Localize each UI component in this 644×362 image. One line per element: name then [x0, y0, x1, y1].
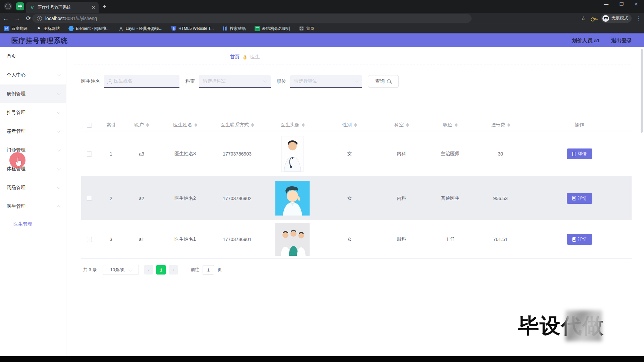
breadcrumb-separator-emoji: 👌: [242, 55, 248, 60]
chevron-down-icon: [57, 91, 60, 95]
page-size-select[interactable]: 10条/页: [103, 265, 139, 275]
window-minimize-button[interactable]: —: [600, 1, 612, 7]
cell-account: a3: [125, 151, 158, 157]
cell-fee: 956.53: [474, 196, 527, 201]
goto-page-input[interactable]: 1: [203, 265, 214, 275]
breadcrumb-home-link[interactable]: 首页: [230, 54, 239, 60]
sort-icons[interactable]: [302, 123, 305, 127]
site-info-icon[interactable]: i: [37, 16, 42, 21]
column-header-fee[interactable]: 挂号费: [474, 122, 527, 128]
cell-phone: 17703786903: [212, 151, 262, 157]
sidebar-item-label: 个人中心: [7, 72, 25, 78]
bookmark-label: 表结构命名规则: [262, 26, 290, 32]
hand-cursor-icon: [14, 157, 23, 167]
address-bar[interactable]: i localhost:8081/#/yisheng: [32, 14, 472, 23]
column-header-position[interactable]: 职位: [427, 122, 474, 128]
select-all-checkbox[interactable]: [87, 123, 92, 128]
sidebar-item-doctor-management[interactable]: 医生管理: [0, 197, 66, 216]
bookmark-star-icon[interactable]: ☆: [581, 15, 586, 21]
column-header-name[interactable]: 医生姓名: [158, 122, 212, 128]
window-close-button[interactable]: ✕: [631, 1, 642, 7]
search-icon: [387, 79, 391, 84]
sidebar-item-personal-center[interactable]: 个人中心: [0, 66, 66, 84]
doctor-name-input[interactable]: 医生姓名: [104, 75, 179, 88]
position-select[interactable]: 请选择职位: [290, 75, 362, 88]
column-header-account[interactable]: 账户: [125, 122, 158, 128]
window-restore-button[interactable]: ❐: [616, 1, 627, 7]
sidebar-item-medicine-management[interactable]: 药品管理: [0, 178, 66, 197]
sidebar-item-patient-management[interactable]: 患者管理: [0, 122, 66, 141]
chevron-down-icon: [57, 110, 60, 114]
breadcrumb-current: 医生: [250, 54, 260, 60]
bookmark-item[interactable]: 图标网站: [36, 26, 60, 32]
sort-icons[interactable]: [455, 123, 458, 127]
green-sheet-icon: [255, 26, 260, 31]
sort-icons[interactable]: [354, 123, 357, 127]
url-path: :8081/#/yisheng: [64, 16, 97, 21]
new-tab-button[interactable]: +: [103, 3, 106, 10]
sidebar-subitem-doctor-management[interactable]: 医生管理: [0, 216, 66, 233]
logout-button[interactable]: 退出登录: [611, 37, 632, 44]
current-page-button[interactable]: 1: [156, 265, 166, 275]
cell-position: 主任: [427, 236, 474, 242]
detail-button[interactable]: 详情: [567, 148, 592, 159]
bookmark-item[interactable]: 译 百度翻译: [4, 26, 28, 32]
sidebar-item-case-management[interactable]: 病例管理: [0, 84, 66, 103]
cell-index: 2: [97, 196, 125, 201]
bookmark-item[interactable]: 表结构命名规则: [255, 26, 290, 32]
cell-index: 3: [97, 237, 125, 242]
bookmark-label: 百度翻译: [11, 26, 28, 32]
sidebar-item-registration-management[interactable]: 挂号管理: [0, 103, 66, 122]
column-header-phone[interactable]: 医生联系方式: [212, 122, 262, 128]
browser-menu-icon[interactable]: ⋮: [636, 15, 641, 21]
bookmark-item[interactable]: 5 HTML5 Website T...: [171, 26, 214, 31]
row-checkbox[interactable]: [87, 152, 92, 157]
position-label: 职位: [277, 78, 286, 84]
document-icon: [572, 237, 576, 242]
search-button[interactable]: 查询: [368, 75, 399, 88]
row-checkbox[interactable]: [87, 237, 92, 242]
row-checkbox[interactable]: [87, 196, 92, 201]
bookmark-item[interactable]: Element - 网站快...: [68, 26, 110, 32]
document-icon: [572, 152, 576, 156]
sort-icons[interactable]: [251, 123, 254, 127]
sheets-app-icon[interactable]: [16, 2, 24, 10]
next-page-button[interactable]: ›: [169, 265, 178, 275]
browser-profile-icon[interactable]: [4, 2, 12, 10]
avatar-male-doctor: [281, 136, 304, 172]
sidebar-item-label: 患者管理: [7, 128, 25, 134]
bookmark-item[interactable]: Layui - 经典开源模...: [118, 26, 162, 32]
chevron-down-icon: [57, 147, 60, 151]
cell-position: 普通医生: [427, 195, 474, 201]
chevron-down-icon: [263, 78, 267, 82]
column-header-avatar[interactable]: 医生头像: [262, 122, 323, 128]
tab-close-icon[interactable]: ✕: [92, 5, 95, 10]
browser-toolbar: ← → ⟳ i localhost:8081/#/yisheng: [0, 13, 644, 24]
bookmark-item[interactable]: 搜索壁纸: [222, 26, 246, 32]
sort-icons[interactable]: [146, 123, 149, 127]
browser-tab[interactable]: V 医疗挂号管理系统 ✕: [26, 2, 99, 13]
forward-icon[interactable]: →: [11, 15, 23, 22]
chevron-down-icon: [57, 129, 60, 132]
sort-icons[interactable]: [507, 123, 510, 127]
detail-button[interactable]: 详情: [567, 234, 592, 245]
back-icon[interactable]: ←: [0, 15, 11, 22]
filter-bar: 医生姓名 医生姓名 科室 请选择科室 职位 请选择职位 查询: [81, 75, 399, 88]
bookmark-item[interactable]: 首页: [299, 26, 314, 32]
password-key-icon[interactable]: [590, 15, 596, 21]
prev-page-button[interactable]: ‹: [144, 265, 153, 275]
sort-icons[interactable]: [195, 123, 197, 127]
page-scrollbar-thumb[interactable]: [641, 49, 643, 133]
position-placeholder: 请选择职位: [294, 78, 317, 84]
detail-button[interactable]: 详情: [567, 193, 592, 204]
sort-icons[interactable]: [406, 123, 409, 127]
cell-gender: 女: [323, 151, 376, 157]
bookmark-label: Element - 网站快...: [76, 26, 110, 32]
app-header: 医疗挂号管理系统 划价人员 a1 退出登录: [0, 33, 644, 47]
sidebar-item-home[interactable]: 首页: [0, 47, 66, 66]
current-user-label: 划价人员 a1: [572, 37, 600, 44]
department-placeholder: 请选择科室: [203, 78, 226, 84]
department-select[interactable]: 请选择科室: [199, 75, 271, 88]
column-header-gender[interactable]: 性别: [323, 122, 376, 128]
column-header-department[interactable]: 科室: [376, 122, 427, 128]
